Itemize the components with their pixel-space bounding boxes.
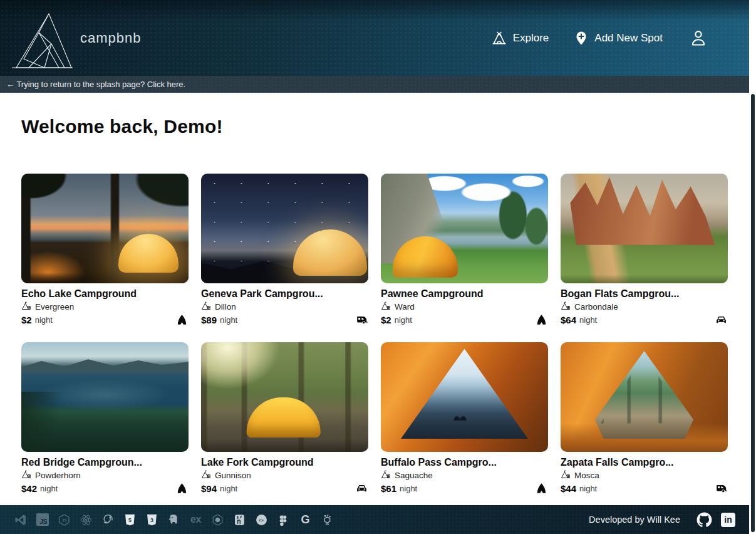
- tent-icon: [535, 313, 548, 327]
- github-icon[interactable]: [696, 512, 712, 528]
- developer-credit: Developed by Will Kee: [589, 515, 680, 525]
- tent-outline-icon: [491, 30, 507, 46]
- campsite-price: $44: [561, 483, 576, 494]
- webpack-icon[interactable]: [211, 513, 224, 526]
- campsite-card[interactable]: Zapata Falls Campgro... Mosca $44 night: [561, 342, 728, 495]
- campsite-photo: [201, 342, 368, 452]
- campsite-location-row: Ward: [381, 301, 548, 312]
- campsite-location-row: Saguache: [381, 470, 548, 480]
- campsite-photo: [201, 174, 368, 283]
- html5-icon[interactable]: 5: [123, 513, 137, 526]
- campsite-location-row: Gunnison: [201, 470, 368, 480]
- camper-icon: [355, 313, 368, 327]
- campsite-city: Carbondale: [574, 302, 618, 312]
- profile-menu-button[interactable]: [688, 28, 709, 49]
- camper-icon: [715, 482, 728, 495]
- site-header: campbnb Explore Add New Spot: [0, 0, 749, 76]
- campsite-price-row: $64 night: [561, 313, 728, 327]
- campsite-price: $94: [201, 483, 217, 494]
- campsite-name: Pawnee Campground: [381, 288, 548, 300]
- campsite-photo: [21, 342, 189, 452]
- user-icon: [688, 28, 709, 49]
- campsite-card[interactable]: Bogan Flats Campgrou... Carbondale $64 n…: [561, 174, 728, 327]
- svg-text:JS: JS: [62, 518, 66, 522]
- price-unit-label: night: [579, 315, 597, 325]
- react-icon[interactable]: [80, 513, 93, 526]
- sequelize-icon[interactable]: [321, 513, 334, 526]
- campsite-marker-icon: [381, 301, 391, 312]
- campsite-name: Buffalo Pass Campgro...: [381, 457, 548, 468]
- campsite-location-row: Dillon: [201, 301, 368, 312]
- campsite-price-row: $2 night: [21, 313, 189, 327]
- campsite-card[interactable]: Buffalo Pass Campgro... Saguache $61 nig…: [381, 342, 548, 495]
- campsite-city: Dillon: [215, 302, 236, 312]
- campsite-card[interactable]: Lake Fork Campground Gunnison $94 night: [201, 342, 368, 495]
- redux-icon[interactable]: [101, 513, 115, 526]
- campsite-price: $64: [561, 315, 576, 325]
- nav-explore-label: Explore: [513, 32, 549, 45]
- campsite-photo: [381, 342, 548, 452]
- campsite-card[interactable]: Echo Lake Campground Evergreen $2 night: [21, 174, 189, 327]
- campsite-city: Saguache: [395, 471, 433, 480]
- tent-icon: [535, 482, 548, 495]
- campsite-price: $2: [381, 315, 391, 325]
- tent-icon: [175, 313, 189, 327]
- google-icon[interactable]: G: [299, 513, 312, 526]
- home-logo-link[interactable]: campbnb: [0, 6, 142, 70]
- figma-icon[interactable]: [277, 513, 290, 526]
- brand-name: campbnb: [80, 30, 142, 46]
- campsite-name: Lake Fork Campground: [201, 457, 368, 468]
- express-icon[interactable]: ex: [189, 513, 202, 526]
- map-pin-plus-icon: [574, 31, 589, 46]
- nav-explore[interactable]: Explore: [491, 30, 549, 46]
- campsite-city: Evergreen: [35, 302, 74, 312]
- campsite-name: Red Bridge Campgroun...: [21, 457, 189, 468]
- site-footer: JSJS53exCvG Developed by Will Kee in: [0, 505, 749, 534]
- scrollbar-track: [749, 0, 756, 534]
- postgresql-icon[interactable]: [167, 513, 180, 526]
- campsite-marker-icon: [201, 470, 211, 480]
- campsite-card[interactable]: Geneva Park Campgrou... Dillon $89 night: [201, 174, 368, 327]
- price-unit-label: night: [579, 484, 597, 493]
- canva-icon[interactable]: Cv: [255, 513, 268, 526]
- nav-add-new-spot[interactable]: Add New Spot: [574, 31, 663, 46]
- campsite-price-row: $44 night: [561, 482, 728, 495]
- campsite-marker-icon: [561, 470, 571, 480]
- campsite-photo: [381, 174, 548, 283]
- campsite-city: Mosca: [574, 471, 599, 480]
- nodejs-icon[interactable]: JS: [58, 513, 71, 526]
- vscode-icon[interactable]: [14, 513, 27, 526]
- campsite-location-row: Powderhorn: [21, 470, 189, 480]
- campsite-city: Ward: [395, 302, 415, 312]
- campsite-card[interactable]: Red Bridge Campgroun... Powderhorn $42 n…: [21, 342, 189, 495]
- campsite-city: Gunnison: [215, 471, 251, 480]
- svg-text:3: 3: [150, 516, 153, 523]
- css3-icon[interactable]: 3: [145, 513, 158, 526]
- scrollbar-thumb[interactable]: [751, 94, 755, 532]
- javascript-icon[interactable]: JS: [36, 513, 49, 526]
- price-unit-label: night: [400, 484, 417, 493]
- campsite-name: Bogan Flats Campgrou...: [561, 288, 728, 300]
- car-icon: [355, 482, 368, 495]
- price-unit-label: night: [40, 484, 58, 493]
- linkedin-icon[interactable]: in: [721, 513, 735, 527]
- heroku-icon[interactable]: [233, 513, 246, 526]
- campsite-location-row: Carbondale: [561, 301, 728, 312]
- price-unit-label: night: [220, 484, 237, 493]
- campsite-price-row: $2 night: [381, 313, 548, 327]
- tech-icons-row: JSJS53exCvG: [14, 513, 334, 526]
- splash-return-text: ← Trying to return to the splash page? C…: [6, 80, 185, 89]
- price-unit-label: night: [35, 315, 53, 325]
- campsite-marker-icon: [21, 470, 31, 480]
- svg-text:Cv: Cv: [259, 517, 264, 521]
- campsite-price-row: $89 night: [201, 313, 368, 327]
- campsite-marker-icon: [21, 301, 31, 312]
- nav-add-spot-label: Add New Spot: [594, 32, 663, 45]
- splash-return-banner[interactable]: ← Trying to return to the splash page? C…: [0, 76, 749, 93]
- campsite-card[interactable]: Pawnee Campground Ward $2 night: [381, 174, 548, 327]
- campsite-price-row: $61 night: [381, 482, 548, 495]
- campsite-location-row: Evergreen: [21, 301, 189, 312]
- header-nav: Explore Add New Spot: [491, 28, 709, 49]
- campsite-photo: [21, 174, 189, 283]
- campsite-marker-icon: [381, 470, 391, 480]
